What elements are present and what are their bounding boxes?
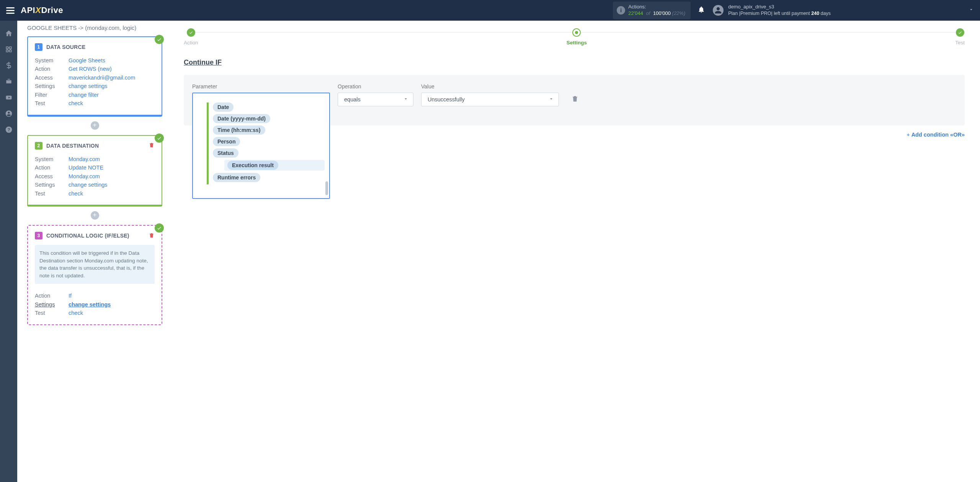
source-action-link[interactable]: Get ROWS (new): [69, 66, 112, 72]
value-label: Value: [421, 83, 559, 90]
card-title: DATA DESTINATION: [46, 143, 99, 149]
data-destination-card: 2 DATA DESTINATION SystemMonday.com Acti…: [27, 135, 162, 207]
actions-label: Actions:: [628, 4, 685, 10]
breadcrumb: GOOGLE SHEETS -> (monday.com, logic): [27, 21, 162, 36]
parameter-option[interactable]: Time (hh:mm:ss): [213, 125, 325, 135]
user-menu[interactable]: demo_apix_drive_s3 Plan |Premium PRO| le…: [713, 4, 831, 16]
condition-row: Parameter Execution result DateDate (yyy…: [184, 75, 965, 125]
wizard-stepper: Action Settings Test: [184, 28, 965, 46]
conditional-logic-card: 3 CONDITIONAL LOGIC (IF/ELSE) This condi…: [27, 225, 162, 325]
dest-settings-link[interactable]: change settings: [69, 182, 108, 188]
connection-config-panel: GOOGLE SHEETS -> (monday.com, logic) 1 D…: [17, 21, 172, 482]
dest-test-link[interactable]: check: [69, 191, 83, 197]
card-title: DATA SOURCE: [46, 44, 85, 50]
parameter-option[interactable]: Person: [213, 137, 325, 146]
parameter-dropdown: DateDate (yyyy-mm-dd)Time (hh:mm:ss)Pers…: [192, 97, 330, 199]
app-logo: APIXDrive: [21, 5, 63, 15]
menu-toggle-icon[interactable]: [6, 7, 15, 14]
nav-video-icon[interactable]: [0, 90, 17, 106]
parameter-option[interactable]: Date (yyyy-mm-dd): [213, 114, 325, 123]
user-avatar-icon: [713, 5, 724, 16]
chevron-down-icon[interactable]: [969, 7, 974, 14]
chevron-down-icon: [403, 96, 408, 103]
app-header: APIXDrive i Actions: 22'044 of 100'000 (…: [0, 0, 980, 21]
logic-info-text: This condition will be triggered if in t…: [35, 245, 155, 284]
nav-billing-icon[interactable]: [0, 57, 17, 73]
section-title: Continue IF: [184, 59, 965, 67]
delete-destination-icon[interactable]: [149, 142, 155, 149]
delete-condition-icon[interactable]: [571, 95, 579, 104]
parameter-label: Parameter: [192, 83, 330, 90]
step-settings[interactable]: Settings: [567, 28, 587, 46]
add-step-button[interactable]: +: [91, 211, 99, 220]
nav-profile-icon[interactable]: [0, 106, 17, 122]
value-select[interactable]: Unsuccessfully: [421, 93, 559, 106]
step-number-badge: 1: [35, 43, 42, 51]
source-test-link[interactable]: check: [69, 100, 83, 106]
nav-connections-icon[interactable]: [0, 41, 17, 57]
operation-label: Operation: [338, 83, 413, 90]
operation-select[interactable]: equals: [338, 93, 413, 106]
nav-help-icon[interactable]: ?: [0, 122, 17, 138]
parameter-option[interactable]: Date: [213, 103, 325, 112]
chevron-down-icon: [549, 96, 554, 103]
source-filter-link[interactable]: change filter: [69, 92, 99, 98]
delete-logic-icon[interactable]: [149, 232, 155, 239]
nav-rail: ?: [0, 21, 17, 482]
actions-quota-box[interactable]: i Actions: 22'044 of 100'000 (22%): [613, 2, 691, 19]
nav-home-icon[interactable]: [0, 25, 17, 41]
bell-icon[interactable]: [697, 6, 705, 15]
parameter-option[interactable]: Execution result: [224, 160, 325, 171]
dest-action-link[interactable]: Update NOTE: [69, 164, 103, 171]
svg-text:?: ?: [7, 127, 10, 132]
settings-panel: Action Settings Test Continue IF Paramet…: [172, 21, 980, 482]
dest-system-link[interactable]: Monday.com: [69, 156, 100, 162]
add-step-button[interactable]: +: [91, 121, 99, 130]
check-icon: [155, 35, 164, 44]
logic-test-link[interactable]: check: [69, 310, 83, 316]
check-icon: [155, 223, 164, 233]
info-icon: i: [617, 6, 625, 15]
actions-value: 22'044 of 100'000 (22%): [628, 10, 685, 17]
logic-action-link[interactable]: If: [69, 293, 72, 299]
parameter-option[interactable]: Status: [213, 148, 325, 158]
data-source-card: 1 DATA SOURCE SystemGoogle Sheets Action…: [27, 36, 162, 117]
username-label: demo_apix_drive_s3: [728, 4, 831, 10]
nav-briefcase-icon[interactable]: [0, 73, 17, 90]
dest-access-link[interactable]: Monday.com: [69, 173, 100, 179]
parameter-option[interactable]: Runtime errors: [213, 173, 325, 182]
source-access-link[interactable]: maverickandrii@gmail.com: [69, 75, 135, 81]
check-icon: [155, 134, 164, 143]
step-test[interactable]: Test: [955, 28, 965, 46]
logic-settings-link[interactable]: change settings: [69, 301, 111, 308]
source-system-link[interactable]: Google Sheets: [69, 57, 105, 64]
source-settings-link[interactable]: change settings: [69, 83, 108, 89]
step-action[interactable]: Action: [184, 28, 198, 46]
step-number-badge: 3: [35, 232, 42, 239]
plan-label: Plan |Premium PRO| left until payment 24…: [728, 10, 831, 16]
step-number-badge: 2: [35, 142, 42, 150]
scrollbar-thumb[interactable]: [325, 181, 328, 195]
card-title: CONDITIONAL LOGIC (IF/ELSE): [46, 233, 129, 239]
